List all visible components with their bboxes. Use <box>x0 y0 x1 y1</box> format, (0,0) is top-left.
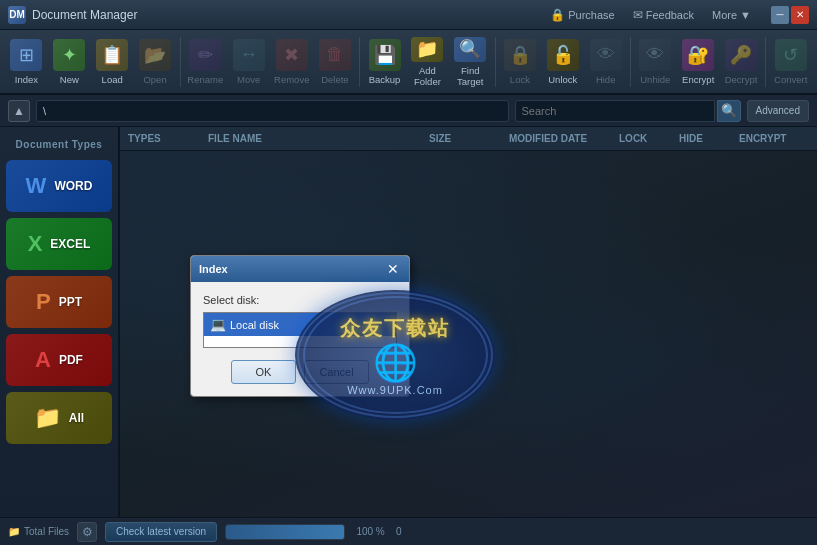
sidebar-title: Document Types <box>6 135 112 154</box>
th-encrypt: Encrypt <box>739 133 809 144</box>
toolbar-findtarget-button[interactable]: 🔍 Find Target <box>450 34 491 90</box>
lock-icon: 🔒 <box>504 39 536 71</box>
disk-icon: 💻 <box>210 317 226 332</box>
open-label: Open <box>143 74 166 85</box>
advanced-button[interactable]: Advanced <box>747 100 809 122</box>
toolbar-remove-button: ✖ Remove <box>271 34 312 90</box>
toolbar-convert-button: ↺ Convert <box>770 34 811 90</box>
feedback-icon: ✉ <box>633 8 643 22</box>
all-type-icon: 📁 <box>34 405 61 431</box>
remove-icon: ✖ <box>276 39 308 71</box>
hide-label: Hide <box>596 74 616 85</box>
toolbar-new-button[interactable]: ✦ New <box>49 34 90 90</box>
ppt-type-icon: P <box>36 289 51 315</box>
pdf-type-label: PDF <box>59 353 83 367</box>
backup-label: Backup <box>369 74 401 85</box>
toolbar-decrypt-button: 🔑 Decrypt <box>721 34 762 90</box>
toolbar-delete-button: 🗑 Delete <box>314 34 355 90</box>
lock-label: Lock <box>510 74 530 85</box>
purchase-button[interactable]: 🔒 Purchase <box>542 6 622 24</box>
th-lock: Lock <box>619 133 679 144</box>
convert-icon: ↺ <box>775 39 807 71</box>
hide-icon: 👁 <box>590 39 622 71</box>
delete-icon: 🗑 <box>319 39 351 71</box>
status-bar: 📁 Total Files ⚙ Check latest version 100… <box>0 517 817 545</box>
rename-icon: ✏ <box>189 39 221 71</box>
sidebar-item-ppt[interactable]: P PPT <box>6 276 112 328</box>
toolbar-addfolder-button[interactable]: 📁 Add Folder <box>407 34 448 90</box>
th-size: Size <box>429 133 509 144</box>
toolbar-lock-button: 🔒 Lock <box>499 34 540 90</box>
file-count: 0 <box>396 526 402 537</box>
unlock-icon: 🔓 <box>547 39 579 71</box>
total-files-label: Total Files <box>24 526 69 537</box>
encrypt-icon: 🔐 <box>682 39 714 71</box>
more-button[interactable]: More ▼ <box>704 7 759 23</box>
dialog-buttons: OK Cancel <box>203 360 397 384</box>
unhide-icon: 👁 <box>639 39 671 71</box>
toolbar-hide-button: 👁 Hide <box>585 34 626 90</box>
remove-label: Remove <box>274 74 309 85</box>
dialog-cancel-button[interactable]: Cancel <box>304 360 369 384</box>
findtarget-icon: 🔍 <box>454 37 486 62</box>
feedback-button[interactable]: ✉ Feedback <box>625 6 702 24</box>
new-icon: ✦ <box>53 39 85 71</box>
minimize-button[interactable]: ─ <box>771 6 789 24</box>
sidebar-item-word[interactable]: W WORD <box>6 160 112 212</box>
toolbar-rename-button: ✏ Rename <box>184 34 226 90</box>
ppt-type-label: PPT <box>59 295 82 309</box>
excel-type-icon: X <box>28 231 43 257</box>
search-input[interactable] <box>515 100 715 122</box>
purchase-label: Purchase <box>568 9 614 21</box>
sidebar-item-pdf[interactable]: A PDF <box>6 334 112 386</box>
toolbar-index-button[interactable]: ⊞ Index <box>6 34 47 90</box>
open-icon: 📂 <box>139 39 171 71</box>
backup-icon: 💾 <box>369 39 401 71</box>
toolbar-encrypt-button[interactable]: 🔐 Encrypt <box>678 34 719 90</box>
progress-label: 100 % <box>353 526 388 537</box>
dialog-ok-button[interactable]: OK <box>231 360 296 384</box>
convert-label: Convert <box>774 74 807 85</box>
close-button[interactable]: ✕ <box>791 6 809 24</box>
dialog-title-bar: Index ✕ <box>191 256 409 282</box>
all-type-label: All <box>69 411 84 425</box>
app-title: Document Manager <box>32 8 137 22</box>
settings-icon: ⚙ <box>82 525 93 539</box>
toolbar-unlock-button[interactable]: 🔓 Unlock <box>542 34 583 90</box>
addfolder-icon: 📁 <box>411 37 443 62</box>
more-label: More ▼ <box>712 9 751 21</box>
sidebar-item-all[interactable]: 📁 All <box>6 392 112 444</box>
disk-list[interactable]: 💻 Local disk <box>203 312 397 348</box>
toolbar-load-button[interactable]: 📋 Load <box>92 34 133 90</box>
toolbar-separator <box>180 37 181 87</box>
th-hide: Hide <box>679 133 739 144</box>
dialog-title: Index <box>199 263 228 275</box>
nav-back-button[interactable]: ▲ <box>8 100 30 122</box>
toolbar-separator <box>765 37 766 87</box>
title-bar: DM Document Manager 🔒 Purchase ✉ Feedbac… <box>0 0 817 30</box>
search-container: 🔍 <box>515 100 741 122</box>
total-files-button[interactable]: 📁 Total Files <box>8 526 69 537</box>
sidebar-item-excel[interactable]: X EXCEL <box>6 218 112 270</box>
title-bar-left: DM Document Manager <box>8 6 137 24</box>
toolbar: ⊞ Index ✦ New 📋 Load 📂 Open ✏ Rename ↔ M… <box>0 30 817 95</box>
table-header: TypesFile NameSizeModified dateLockHideE… <box>120 127 817 151</box>
new-label: New <box>60 74 79 85</box>
settings-button[interactable]: ⚙ <box>77 522 97 542</box>
word-type-icon: W <box>26 173 47 199</box>
disk-item[interactable]: 💻 Local disk <box>204 313 396 336</box>
disk-item-label: Local disk <box>230 319 279 331</box>
findtarget-label: Find Target <box>453 65 488 87</box>
toolbar-open-button: 📂 Open <box>135 34 176 90</box>
move-label: Move <box>237 74 260 85</box>
feedback-label: Feedback <box>646 9 694 21</box>
encrypt-label: Encrypt <box>682 74 714 85</box>
update-button[interactable]: Check latest version <box>105 522 217 542</box>
dialog-close-button[interactable]: ✕ <box>385 261 401 277</box>
unlock-label: Unlock <box>548 74 577 85</box>
toolbar-backup-button[interactable]: 💾 Backup <box>364 34 405 90</box>
search-button[interactable]: 🔍 <box>717 100 741 122</box>
window-controls: ─ ✕ <box>771 6 809 24</box>
nav-bar: ▲ \ 🔍 Advanced <box>0 95 817 127</box>
load-label: Load <box>102 74 123 85</box>
